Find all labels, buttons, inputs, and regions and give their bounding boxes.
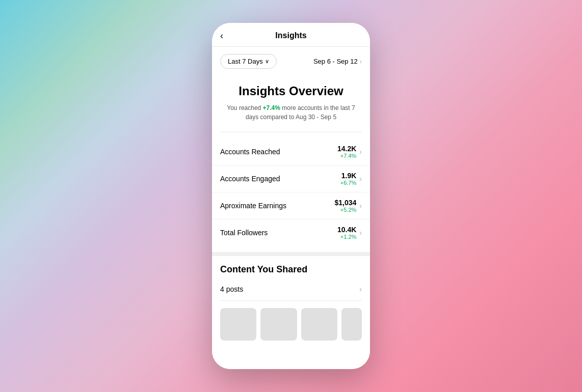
metric-label-accounts-engaged: Accounts Engaged bbox=[220, 175, 280, 183]
metric-values-earnings: $1,034 +5.2% bbox=[335, 199, 357, 213]
chevron-right-icon: › bbox=[359, 175, 362, 183]
chevron-right-icon: › bbox=[359, 229, 362, 237]
overview-title: Insights Overview bbox=[220, 84, 362, 98]
overview-highlight: +7.4% bbox=[263, 104, 280, 111]
post-thumbnail-4[interactable] bbox=[341, 308, 362, 341]
metric-change-followers: +1.2% bbox=[337, 234, 356, 240]
metric-right-accounts-engaged: 1.9K +6.7% › bbox=[340, 172, 362, 186]
metric-label-earnings: Aproximate Earnings bbox=[220, 202, 286, 210]
insights-overview: Insights Overview You reached +7.4% more… bbox=[212, 74, 370, 130]
metric-label-accounts-reached: Accounts Reached bbox=[220, 148, 280, 156]
section-divider-bottom bbox=[212, 252, 370, 256]
date-filter-label: Last 7 Days bbox=[228, 58, 263, 65]
metric-right-earnings: $1,034 +5.2% › bbox=[335, 199, 362, 213]
date-range-text: Sep 6 - Sep 12 bbox=[313, 58, 358, 65]
metric-value-followers: 10.4K bbox=[337, 226, 356, 234]
date-range: Sep 6 - Sep 12 › bbox=[313, 58, 362, 65]
chevron-right-icon: › bbox=[360, 58, 362, 65]
chevron-right-icon: › bbox=[359, 148, 362, 156]
post-thumbnail-2[interactable] bbox=[260, 308, 297, 341]
section-divider-top bbox=[220, 132, 362, 132]
metric-change-accounts-reached: +7.4% bbox=[337, 153, 356, 159]
app-header: ‹ Insights bbox=[212, 23, 370, 47]
metric-value-accounts-reached: 14.2K bbox=[337, 145, 356, 153]
phone-frame: ‹ Insights Last 7 Days ∨ Sep 6 - Sep 12 … bbox=[212, 23, 370, 369]
post-thumbnails bbox=[220, 301, 362, 343]
chevron-down-icon: ∨ bbox=[265, 58, 269, 65]
metrics-list: Accounts Reached 14.2K +7.4% › Accounts … bbox=[212, 134, 370, 250]
chevron-right-icon: › bbox=[359, 285, 362, 293]
metric-values-followers: 10.4K +1.2% bbox=[337, 226, 356, 240]
page-title: Insights bbox=[275, 31, 306, 40]
metric-row-accounts-engaged[interactable]: Accounts Engaged 1.9K +6.7% › bbox=[212, 165, 370, 192]
metric-right-accounts-reached: 14.2K +7.4% › bbox=[337, 145, 362, 159]
overview-description: You reached +7.4% more accounts in the l… bbox=[220, 103, 362, 122]
metric-values-accounts-engaged: 1.9K +6.7% bbox=[340, 172, 357, 186]
metric-values-accounts-reached: 14.2K +7.4% bbox=[337, 145, 356, 159]
main-content: Last 7 Days ∨ Sep 6 - Sep 12 › Insights … bbox=[212, 47, 370, 369]
date-filter-button[interactable]: Last 7 Days ∨ bbox=[220, 54, 277, 69]
posts-row[interactable]: 4 posts › bbox=[220, 281, 362, 301]
content-shared-section: Content You Shared 4 posts › bbox=[212, 256, 370, 351]
metric-change-earnings: +5.2% bbox=[335, 207, 357, 213]
metric-right-followers: 10.4K +1.2% › bbox=[337, 226, 362, 240]
overview-desc-before: You reached bbox=[227, 104, 262, 111]
back-button[interactable]: ‹ bbox=[220, 31, 223, 41]
metric-row-earnings[interactable]: Aproximate Earnings $1,034 +5.2% › bbox=[212, 192, 370, 219]
post-thumbnail-3[interactable] bbox=[301, 308, 337, 341]
metric-value-accounts-engaged: 1.9K bbox=[340, 172, 357, 180]
date-filter-row: Last 7 Days ∨ Sep 6 - Sep 12 › bbox=[212, 47, 370, 74]
metric-label-followers: Total Followers bbox=[220, 229, 268, 237]
content-shared-title: Content You Shared bbox=[220, 264, 362, 275]
metric-change-accounts-engaged: +6.7% bbox=[340, 180, 357, 186]
posts-label: 4 posts bbox=[220, 285, 243, 293]
back-icon: ‹ bbox=[220, 31, 223, 41]
metric-row-followers[interactable]: Total Followers 10.4K +1.2% › bbox=[212, 219, 370, 246]
metric-row-accounts-reached[interactable]: Accounts Reached 14.2K +7.4% › bbox=[212, 138, 370, 165]
post-thumbnail-1[interactable] bbox=[220, 308, 256, 341]
metric-value-earnings: $1,034 bbox=[335, 199, 357, 207]
chevron-right-icon: › bbox=[359, 202, 362, 210]
